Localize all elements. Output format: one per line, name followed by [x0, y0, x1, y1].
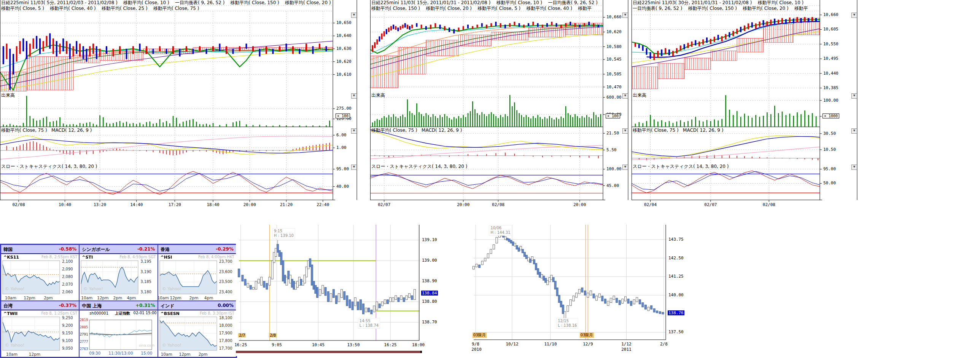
- x-tick-label: 13:20: [94, 202, 106, 207]
- panel-menu-button[interactable]: ▼: [351, 13, 357, 18]
- market-symbol: sh000001: [89, 311, 108, 315]
- market-header: 中国 上海 +0.31%: [80, 301, 157, 310]
- annotation-time: 10/06: [490, 226, 510, 230]
- year-label: 2010: [471, 347, 482, 352]
- y-axis-label: 142.50: [668, 256, 684, 261]
- x-tick-label: 9:05: [272, 342, 282, 347]
- mini-x-axis-label: 12pm: [29, 352, 40, 356]
- market-change-percent: -0.58%: [59, 245, 77, 253]
- volume-multiplier: × 100: [606, 113, 620, 118]
- date-badge: 2/8: [269, 333, 277, 337]
- mini-y-axis-label: 2763: [80, 347, 88, 351]
- contract-month-badge: 03限月: [580, 332, 594, 338]
- chart-credit: © Yahoo!: [162, 286, 181, 291]
- market-name: インド: [161, 303, 175, 308]
- x-tick-label: 20:00: [243, 202, 256, 207]
- price-axis-label: 10,630: [336, 46, 352, 51]
- stoch-axis-label: 95.00: [336, 166, 349, 171]
- x-tick-label: 21:20: [280, 202, 293, 207]
- market-mini-chart[interactable]: 9,2509,2009,1509,1009,05010am12pm© Yahoo…: [1, 316, 79, 356]
- panel-menu-button[interactable]: ▼: [351, 93, 357, 99]
- panel-menu-button[interactable]: ▼: [622, 93, 628, 99]
- mini-x-axis-label: 12pm: [24, 296, 35, 300]
- low-annotation: 14:55L : 138.74: [358, 318, 380, 329]
- mini-y-axis-label: 23,400: [219, 290, 232, 294]
- mini-y-axis-label: 2777: [80, 340, 88, 344]
- chart-canvas-nikkei225mini-5min: [0, 0, 358, 215]
- x-tick-label: 2/8: [660, 342, 668, 347]
- panel-menu-button[interactable]: ▼: [851, 93, 857, 99]
- stoch-axis-label: 50.00: [823, 181, 836, 185]
- panel-menu-button[interactable]: ▼: [351, 128, 357, 134]
- last-price-badge: 138.84: [421, 291, 438, 296]
- market-mini-chart[interactable]: 23,70023,60023,50023,40010am12pm2pm4pm© …: [158, 260, 236, 300]
- mini-x-axis-label: 10am: [6, 352, 18, 356]
- mini-x-axis-label: 10am: [5, 296, 16, 300]
- market-header: インド 0.00%: [158, 301, 236, 310]
- market-symbol: ^BSESN: [161, 311, 180, 316]
- mini-y-axis-label: 2,060: [62, 290, 73, 294]
- market-name: 台湾: [3, 303, 13, 308]
- price-axis-label: 10,470: [606, 85, 622, 90]
- stochastics-panel-label: スロー・ストキャスティクス( 14, 3, 80, 20 ): [1, 163, 97, 170]
- chart-credit: © Yahoo!: [162, 343, 181, 348]
- price-axis-label: 10,640: [336, 33, 352, 38]
- chart-legend: 移動平均( Close, 5 ) 移動平均( Close, 40 ) 移動平均(…: [1, 6, 358, 11]
- price-axis-label: 10,385: [823, 85, 838, 90]
- mini-y-axis-label: 17,700: [219, 346, 232, 350]
- chart-legend: 一目均衡表( 9, 26, 52 ) 移動平均( Close, 150 ) 移動…: [633, 6, 858, 11]
- market-mini-chart[interactable]: 18,10018,00017,90017,80017,70010am12pm2p…: [158, 316, 236, 356]
- panel-menu-button[interactable]: ▼: [622, 128, 628, 134]
- mini-y-axis-label: 18,000: [219, 323, 232, 328]
- x-tick-label: 18:40: [207, 202, 219, 207]
- price-axis-label: 10,505: [606, 72, 622, 77]
- panel-menu-button[interactable]: ▼: [851, 165, 857, 170]
- stoch-axis-label: 100.00: [606, 166, 622, 171]
- market-body: ^TWII Feb 8, 1:25pm CST 9,2509,2009,1509…: [1, 310, 79, 356]
- mini-x-axis-label: 10am: [81, 296, 92, 300]
- price-axis-label: 10,620: [336, 59, 352, 64]
- market-symbol: ^KS11: [3, 255, 19, 260]
- panel-menu-button[interactable]: ▼: [622, 13, 628, 18]
- market-mini-chart[interactable]: 2,1002,0902,0802,0702,06010am12pm2pm© Ya…: [1, 260, 79, 300]
- macd-panel-label: 移動平均( Close, 75 ) MACD( 12, 26, 9 ): [633, 127, 723, 134]
- market-mini-chart[interactable]: 2819280527912777276309:3011:30/13:0015:0…: [80, 316, 157, 356]
- panel-menu-button[interactable]: ▼: [351, 165, 357, 170]
- market-change-percent: 0.00%: [218, 301, 234, 310]
- x-tick-label: 16:25: [384, 342, 397, 347]
- market-cell-korea: 韓国 -0.58% ^KS11 Feb 8, 2:55pm KST 2,1002…: [1, 245, 79, 301]
- mini-x-axis-label: 2pm: [189, 296, 199, 300]
- market-cell-china-shanghai: 中国 上海 +0.31% sh000001 上证指数 02-01 15:00 2…: [79, 301, 158, 357]
- scroll-range-bar[interactable]: [236, 351, 422, 353]
- price-axis-label: 10,550: [823, 42, 838, 46]
- y-axis-label: 138.80: [422, 299, 437, 304]
- stochastics-panel-label: スロー・ストキャスティクス( 14, 3, 80, 20 ): [371, 163, 467, 170]
- price-axis-label: 10,620: [606, 29, 622, 34]
- volume-axis-label: 275.00: [336, 106, 352, 111]
- stoch-axis-label: 40.00: [336, 184, 349, 189]
- x-tick-label: 14:40: [130, 202, 143, 207]
- chart-credit: sina.com: [139, 344, 154, 347]
- volume-panel-label: 出来高: [371, 92, 385, 99]
- panel-menu-button[interactable]: ▼: [851, 13, 857, 18]
- index-title: 上证指数: [115, 311, 130, 315]
- mini-y-axis-label: 9,050: [62, 346, 73, 350]
- mini-x-axis-label: 12pm: [97, 296, 108, 300]
- chart-module-nikkei225mini-5min: 日経225mini 11/03( 5分, 2011/02/03 - 2011/0…: [0, 0, 358, 215]
- candlestick-canvas: [236, 223, 443, 356]
- annotation-time: 9:15: [274, 229, 294, 233]
- mini-y-axis-label: 2,100: [62, 259, 73, 264]
- x-tick-label: 02/07: [704, 202, 717, 207]
- mini-y-axis-label: 17,900: [219, 331, 232, 335]
- market-timestamp: Feb 8, 1:25pm CST: [41, 311, 78, 315]
- panel-menu-button[interactable]: ▼: [851, 128, 857, 134]
- mini-x-axis-label: 11:30/13:00: [108, 351, 133, 355]
- panel-menu-button[interactable]: ▼: [622, 165, 628, 170]
- market-mini-chart[interactable]: 3,1953,1903,1853,18010am12pm2pm4pm© Yaho…: [80, 260, 157, 300]
- x-tick-label: 10/12: [506, 342, 518, 347]
- mini-x-axis-label: 2pm: [44, 296, 53, 300]
- x-tick-label: 1/12: [621, 342, 632, 347]
- market-cell-singapore: シンガポール -0.21% ^STI Feb 8, 4:59pm SGT 3,1…: [79, 245, 158, 301]
- chart-title: 日経225mini 11/03( 15分, 2011/01/31 - 2011/…: [371, 0, 629, 6]
- mini-y-axis-label: 2791: [80, 332, 88, 336]
